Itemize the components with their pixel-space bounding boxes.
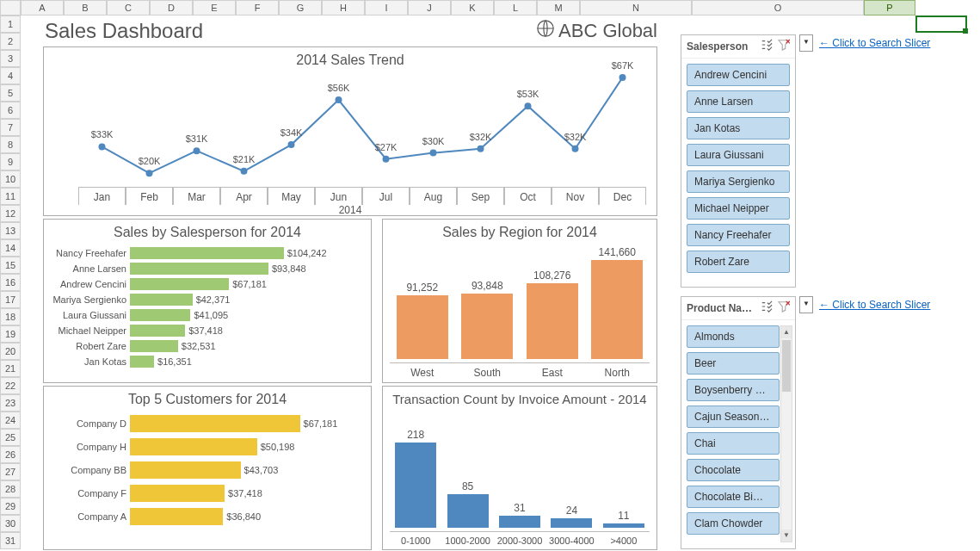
column-header-A[interactable]: A: [21, 0, 64, 15]
row-header-17[interactable]: 17: [0, 291, 21, 308]
product-slicer-dropdown[interactable]: ▼: [799, 296, 813, 313]
product-slicer-hint[interactable]: ← Click to Search Slicer: [819, 299, 930, 311]
row-header-5[interactable]: 5: [0, 84, 21, 102]
slicer-item[interactable]: Beer: [687, 352, 780, 375]
row-header-19[interactable]: 19: [0, 325, 21, 343]
row-header-26[interactable]: 26: [0, 446, 21, 463]
column-header-J[interactable]: J: [408, 0, 451, 15]
svg-point-15: [430, 150, 437, 157]
column-header-M[interactable]: M: [537, 0, 580, 15]
row-header-23[interactable]: 23: [0, 394, 21, 412]
row-header-18[interactable]: 18: [0, 308, 21, 325]
slicer-item[interactable]: Chai: [687, 432, 780, 455]
salesperson-slicer[interactable]: Salesperson Andrew CenciniAnne LarsenJan…: [681, 34, 796, 288]
column-header-I[interactable]: I: [365, 0, 408, 15]
column-header-K[interactable]: K: [451, 0, 494, 15]
row-header-30[interactable]: 30: [0, 515, 21, 532]
bar: [130, 263, 268, 275]
row-header-2[interactable]: 2: [0, 33, 21, 50]
row-header-20[interactable]: 20: [0, 343, 21, 360]
slicer-item[interactable]: Michael Neipper: [687, 197, 790, 220]
salesperson-slicer-hint[interactable]: ← Click to Search Slicer: [819, 37, 930, 49]
transaction-count-chart[interactable]: Transaction Count by Invoice Amount - 20…: [382, 386, 657, 550]
column-header-P[interactable]: P: [864, 0, 915, 15]
column-header-F[interactable]: F: [236, 0, 279, 15]
slicer-item[interactable]: Laura Giussani: [687, 144, 790, 166]
row-header-16[interactable]: 16: [0, 274, 21, 291]
bar-row: Company F$37,418: [49, 482, 366, 505]
column: 141,660North: [585, 246, 650, 379]
top-customers-chart[interactable]: Top 5 Customers for 2014 Company D$67,18…: [43, 386, 372, 550]
select-all-corner[interactable]: [0, 0, 21, 15]
product-slicer[interactable]: Product Na… AlmondsBeerBoysenberry …Caju…: [681, 296, 796, 549]
slicer-item[interactable]: Andrew Cencini: [687, 64, 790, 86]
slicer-item[interactable]: Almonds: [687, 325, 780, 348]
column-header-B[interactable]: B: [64, 0, 107, 15]
row-header-14[interactable]: 14: [0, 239, 21, 257]
column-header-H[interactable]: H: [322, 0, 365, 15]
row-header-24[interactable]: 24: [0, 412, 21, 429]
slicer-scrollbar[interactable]: ▲ ▼: [780, 325, 792, 542]
multi-select-icon[interactable]: [761, 300, 773, 316]
sales-by-salesperson-chart[interactable]: Sales by Salesperson for 2014 Nancy Free…: [43, 219, 372, 383]
column-header-D[interactable]: D: [150, 0, 193, 15]
row-header-6[interactable]: 6: [0, 102, 21, 119]
column-header-O[interactable]: O: [692, 0, 864, 15]
column-category: 3000-4000: [545, 531, 597, 546]
column-category: South: [455, 362, 521, 379]
slicer-item[interactable]: Robert Zare: [687, 251, 790, 273]
slicer-item[interactable]: Nancy Freehafer: [687, 224, 790, 246]
column-header-G[interactable]: G: [279, 0, 322, 15]
slicer-item[interactable]: Mariya Sergienko: [687, 170, 790, 193]
slicer-item[interactable]: Chocolate Bi…: [687, 486, 780, 508]
row-header-27[interactable]: 27: [0, 463, 21, 480]
bar: [130, 485, 225, 502]
row-header-8[interactable]: 8: [0, 136, 21, 153]
column-header-E[interactable]: E: [193, 0, 236, 15]
column-bar: [551, 518, 592, 528]
row-header-25[interactable]: 25: [0, 429, 21, 446]
row-header-10[interactable]: 10: [0, 170, 21, 188]
trend-month-label: Dec: [599, 187, 646, 205]
row-header-22[interactable]: 22: [0, 377, 21, 394]
row-header-9[interactable]: 9: [0, 153, 21, 170]
row-header-11[interactable]: 11: [0, 188, 21, 205]
row-header-7[interactable]: 7: [0, 119, 21, 136]
clear-filter-icon[interactable]: [778, 300, 790, 316]
clear-filter-icon[interactable]: [778, 39, 790, 54]
row-header-31[interactable]: 31: [0, 532, 21, 549]
scroll-down-icon[interactable]: ▼: [781, 529, 792, 542]
column-header-C[interactable]: C: [107, 0, 150, 15]
multi-select-icon[interactable]: [761, 39, 773, 54]
row-header-29[interactable]: 29: [0, 498, 21, 515]
slicer-body: AlmondsBeerBoysenberry …Cajun Season…Cha…: [681, 320, 795, 548]
slicer-item[interactable]: Chocolate: [687, 459, 780, 481]
sales-trend-chart[interactable]: 2014 Sales Trend $33K$20K$31K$21K$34K$56…: [43, 46, 657, 216]
row-header-3[interactable]: 3: [0, 50, 21, 67]
row-header-12[interactable]: 12: [0, 205, 21, 222]
row-header-1[interactable]: 1: [0, 15, 21, 33]
scroll-thumb[interactable]: [782, 340, 791, 392]
slicer-item[interactable]: Clam Chowder: [687, 512, 780, 535]
bar-row: Jan Kotas$16,351: [49, 354, 366, 368]
column-header-L[interactable]: L: [494, 0, 537, 15]
slicer-item[interactable]: Jan Kotas: [687, 117, 790, 139]
row-header-15[interactable]: 15: [0, 257, 21, 274]
row-header-4[interactable]: 4: [0, 67, 21, 84]
bar-label: Nancy Freehafer: [49, 248, 130, 258]
scroll-up-icon[interactable]: ▲: [781, 326, 792, 338]
row-header-21[interactable]: 21: [0, 360, 21, 377]
row-header-28[interactable]: 28: [0, 480, 21, 498]
bar-label: Anne Larsen: [49, 263, 130, 274]
svg-point-11: [336, 96, 342, 103]
svg-point-13: [383, 156, 390, 163]
sales-by-region-chart[interactable]: Sales by Region for 2014 91,252West93,84…: [382, 219, 657, 383]
row-header-13[interactable]: 13: [0, 222, 21, 239]
column-header-N[interactable]: N: [580, 0, 692, 15]
slicer-item[interactable]: Boysenberry …: [687, 379, 780, 401]
svg-text:$33K: $33K: [91, 129, 114, 139]
salesperson-slicer-dropdown[interactable]: ▼: [799, 34, 813, 52]
slicer-item[interactable]: Cajun Season…: [687, 406, 780, 428]
active-cell[interactable]: [915, 15, 967, 33]
slicer-item[interactable]: Anne Larsen: [687, 90, 790, 113]
